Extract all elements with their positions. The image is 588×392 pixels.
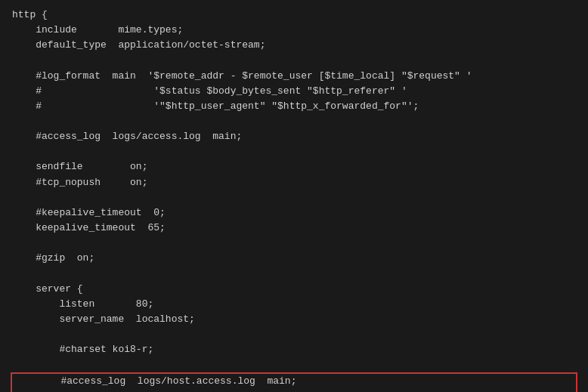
code-line (12, 327, 576, 342)
code-line (12, 266, 576, 281)
code-line: #keepalive_timeout 0; (12, 205, 576, 221)
code-line: sendfile on; (12, 159, 576, 174)
code-line: server_name localhost; (12, 312, 576, 327)
code-line: # '$status $body_bytes_sent "$http_refer… (12, 84, 576, 99)
code-line (12, 53, 576, 68)
code-line: include mime.types; (12, 23, 576, 38)
code-line (12, 190, 576, 205)
code-line: #access_log logs/access.log main; (12, 129, 576, 144)
code-line: #log_format main '$remote_addr - $remote… (12, 69, 576, 84)
code-line (12, 144, 576, 159)
code-line: listen 80; (12, 297, 576, 312)
code-line: access_log syslog:server=172.28.65.32:51… (14, 390, 574, 392)
code-line: #gzip on; (12, 251, 576, 266)
code-line: server { (12, 282, 576, 297)
code-line: http { (12, 8, 576, 23)
code-line: default_type application/octet-stream; (12, 38, 576, 53)
code-line: #charset koi8-r; (12, 342, 576, 357)
code-editor: http { include mime.types; default_type … (0, 0, 588, 392)
code-line: #tcp_nopush on; (12, 175, 576, 190)
code-line (12, 114, 576, 129)
code-line: #access_log logs/host.access.log main; (14, 374, 574, 389)
code-line: keepalive_timeout 65; (12, 221, 576, 236)
code-line (12, 236, 576, 251)
code-line (12, 357, 576, 372)
code-content: http { include mime.types; default_type … (12, 8, 576, 392)
code-line: # '"$http_user_agent" "$http_x_forwarded… (12, 99, 576, 114)
